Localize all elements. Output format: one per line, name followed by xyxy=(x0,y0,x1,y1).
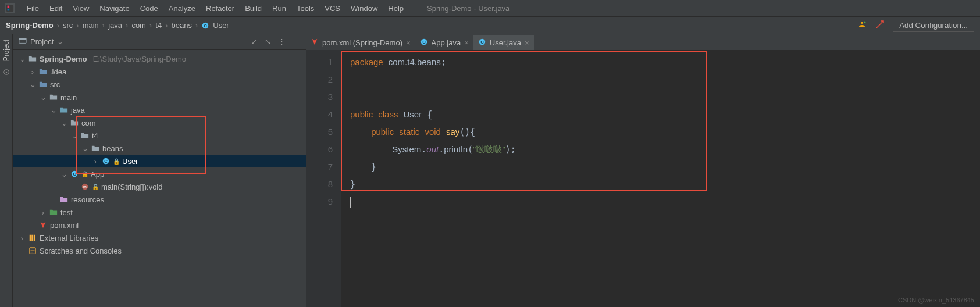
menu-vcs[interactable]: VCS xyxy=(320,2,345,15)
class-icon: C xyxy=(70,170,79,178)
tree-java[interactable]: ⌄java xyxy=(13,103,306,116)
crumb-src[interactable]: src xyxy=(63,21,73,30)
menu-edit[interactable]: Edit xyxy=(45,2,67,15)
code-with-me-icon[interactable] xyxy=(858,20,867,31)
chevron-down-icon: ⌄ xyxy=(40,93,47,102)
class-icon: C xyxy=(101,157,111,165)
menu-bar: File Edit View Navigate Code Analyze Ref… xyxy=(0,0,980,16)
caret xyxy=(350,197,351,208)
menu-run[interactable]: Run xyxy=(268,2,291,15)
watermark: CSDN @weixin_51367845 xyxy=(898,297,974,304)
lock-icon: 🔒 xyxy=(81,171,88,177)
scratch-icon xyxy=(28,247,37,255)
class-icon: C xyxy=(201,22,209,30)
crumb-user[interactable]: User xyxy=(213,21,229,30)
app-logo-icon xyxy=(5,3,15,13)
annotation-box-code xyxy=(341,51,707,191)
tree-idea[interactable]: ›.idea xyxy=(13,65,306,78)
package-icon xyxy=(70,119,79,127)
svg-rect-2 xyxy=(8,9,10,11)
tree-com[interactable]: ⌄com xyxy=(13,116,306,129)
chevron-down-icon: ⌄ xyxy=(60,119,67,127)
tree-root[interactable]: ⌄ Spring-Demo E:\Study\Java\Spring-Demo xyxy=(13,52,306,65)
structure-icon[interactable] xyxy=(2,68,10,78)
tree-src[interactable]: ⌄src xyxy=(13,78,306,91)
crumb-project[interactable]: Spring-Demo xyxy=(6,21,54,30)
tree-external-libs[interactable]: ›External Libraries xyxy=(13,231,306,244)
window-title: Spring-Demo - User.java xyxy=(427,4,509,13)
svg-rect-17 xyxy=(31,235,33,241)
method-icon: m xyxy=(80,183,90,191)
chevron-down-icon[interactable]: ⌄ xyxy=(57,37,63,46)
crumb-t4[interactable]: t4 xyxy=(155,21,162,30)
menu-window[interactable]: Window xyxy=(346,2,382,15)
chevron-down-icon: ⌄ xyxy=(50,106,57,115)
package-icon xyxy=(80,131,90,140)
chevron-down-icon: ⌄ xyxy=(81,144,88,153)
left-tool-gutter: Project xyxy=(0,34,13,307)
tool-project-tab[interactable]: Project xyxy=(1,37,12,63)
more-icon[interactable]: ⋮ xyxy=(278,37,286,46)
menu-help[interactable]: Help xyxy=(383,2,408,15)
library-icon xyxy=(28,234,37,242)
chevron-right-icon: › xyxy=(40,208,47,217)
menu-tools[interactable]: Tools xyxy=(292,2,319,15)
hide-icon[interactable]: — xyxy=(293,37,300,46)
tree-t4[interactable]: ⌄t4 xyxy=(13,129,306,142)
collapse-icon[interactable]: ⤡ xyxy=(265,37,271,46)
menu-file[interactable]: File xyxy=(22,2,44,15)
package-icon xyxy=(91,144,100,152)
svg-rect-16 xyxy=(30,235,31,241)
menu-view[interactable]: View xyxy=(68,2,94,15)
tree-user-class[interactable]: ›C🔒User xyxy=(13,155,306,167)
menu-build[interactable]: Build xyxy=(240,2,266,15)
tab-pom[interactable]: pom.xml (Spring-Demo) × xyxy=(306,35,415,50)
class-icon: C xyxy=(478,38,486,48)
chevron-down-icon: ⌄ xyxy=(19,55,26,63)
svg-point-5 xyxy=(864,22,866,23)
lock-icon: 🔒 xyxy=(92,184,99,190)
close-icon[interactable]: × xyxy=(525,38,529,47)
svg-text:C: C xyxy=(204,23,207,28)
chevron-right-icon: › xyxy=(29,67,36,76)
source-folder-icon xyxy=(59,106,69,114)
menu-navigate[interactable]: Navigate xyxy=(95,2,134,15)
menu-code[interactable]: Code xyxy=(136,2,163,15)
expand-icon[interactable]: ⤢ xyxy=(251,37,258,46)
project-folder-icon xyxy=(28,55,37,63)
maven-icon xyxy=(311,38,319,48)
tree-resources[interactable]: resources xyxy=(13,193,306,206)
svg-text:m: m xyxy=(83,185,87,189)
close-icon[interactable]: × xyxy=(464,38,469,47)
tab-user[interactable]: C User.java × xyxy=(473,35,534,50)
tree-pom[interactable]: pom.xml xyxy=(13,219,306,231)
crumb-java[interactable]: java xyxy=(108,21,122,30)
build-icon[interactable] xyxy=(875,20,885,31)
tree-test[interactable]: ›test xyxy=(13,206,306,219)
tree-beans[interactable]: ⌄beans xyxy=(13,142,306,155)
resources-folder-icon xyxy=(59,195,69,204)
editor-area: pom.xml (Spring-Demo) × C App.java × C U… xyxy=(306,34,980,307)
svg-text:C: C xyxy=(422,39,426,44)
tree-scratches[interactable]: Scratches and Consoles xyxy=(13,244,306,257)
chevron-down-icon: ⌄ xyxy=(71,131,78,140)
crumb-beans[interactable]: beans xyxy=(171,21,191,30)
tab-app[interactable]: C App.java × xyxy=(415,35,473,50)
test-folder-icon xyxy=(49,208,58,216)
close-icon[interactable]: × xyxy=(406,38,411,47)
svg-rect-1 xyxy=(8,6,10,8)
tree-app-main-method[interactable]: m🔒main(String[]):void xyxy=(13,180,306,193)
tree-main[interactable]: ⌄main xyxy=(13,91,306,103)
svg-rect-9 xyxy=(19,38,26,40)
chevron-down-icon: ⌄ xyxy=(60,170,67,179)
crumb-main[interactable]: main xyxy=(83,21,99,30)
menu-refactor[interactable]: Refactor xyxy=(201,2,239,15)
svg-point-7 xyxy=(5,72,7,73)
add-configuration-button[interactable]: Add Configuration... xyxy=(893,19,974,32)
code-editor[interactable]: package com.t4.beans; public class User … xyxy=(341,50,980,307)
tree-app-class[interactable]: ⌄C🔒App xyxy=(13,167,306,180)
editor-tabs: pom.xml (Spring-Demo) × C App.java × C U… xyxy=(306,34,980,50)
chevron-right-icon: › xyxy=(19,234,26,242)
menu-analyze[interactable]: Analyze xyxy=(164,2,200,15)
crumb-com[interactable]: com xyxy=(131,21,146,30)
